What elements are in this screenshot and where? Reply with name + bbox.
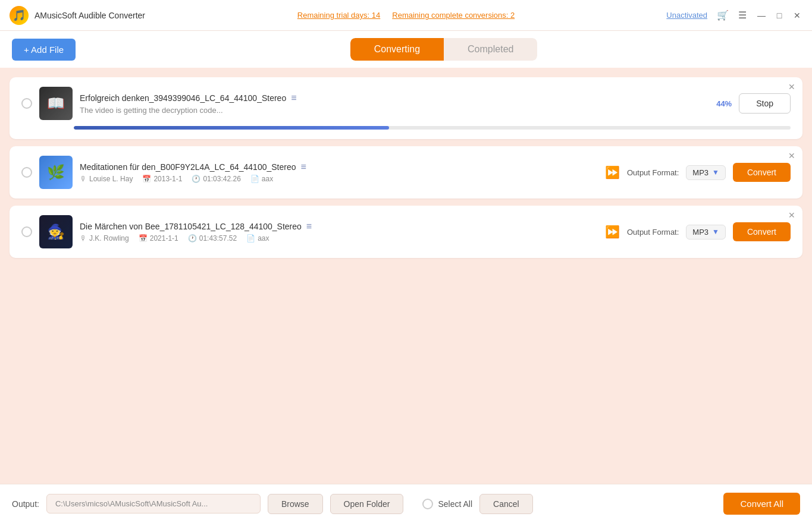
card-2-meta: 🎙 Louise L. Hay 📅 2013-1-1 🕐 01:03:42.26 <box>80 175 605 183</box>
output-label: Output: <box>12 499 39 509</box>
date-icon-2: 📅 <box>142 175 151 183</box>
card-1-checkbox[interactable] <box>21 98 32 109</box>
select-all-label[interactable]: Select All <box>438 499 472 509</box>
card-1-left: 📖 Erfolgreich denken_3949399046_LC_64_44… <box>21 87 708 120</box>
duration-3: 🕐 01:43:57.52 <box>188 234 237 242</box>
card-1-progress-percent: 44% <box>708 99 732 108</box>
file-card-1: ✕ 📖 Erfolgreich denken_3949399046_LC_64_… <box>10 77 802 139</box>
trial-conversions[interactable]: Remaining complete conversions: 2 <box>392 11 515 20</box>
card-1-progress-bar-fill <box>74 126 389 130</box>
file-doc-icon-2: ≡ <box>301 162 306 172</box>
add-file-button[interactable]: + Add File <box>12 39 76 61</box>
author-icon-3: 🎙 <box>80 234 87 242</box>
author-icon-2: 🎙 <box>80 175 87 183</box>
cart-icon[interactable]: 🛒 <box>717 10 729 21</box>
window-controls: — □ ✕ <box>756 10 802 21</box>
browse-button[interactable]: Browse <box>268 494 323 514</box>
duration-2: 🕐 01:03:42.26 <box>192 175 240 183</box>
close-button[interactable]: ✕ <box>792 10 802 21</box>
card-3-left: 🧙 Die Märchen von Bee_1781105421_LC_128_… <box>21 215 605 248</box>
card-3-meta: 🎙 J.K. Rowling 📅 2021-1-1 🕐 01:43:57.52 <box>80 234 605 242</box>
arrow-icon-2: ⏩ <box>605 165 620 179</box>
convert-all-button[interactable]: Convert All <box>723 493 800 515</box>
author-2: 🎙 Louise L. Hay <box>80 175 133 183</box>
format-icon-3: 📄 <box>246 234 255 242</box>
card-2-filename: Meditationen für den_B00F9Y2L4A_LC_64_44… <box>80 162 605 172</box>
card-1-thumbnail: 📖 <box>39 87 73 120</box>
card-2-info: Meditationen für den_B00F9Y2L4A_LC_64_44… <box>80 162 605 183</box>
file-card-2: ✕ 🌿 Meditationen für den_B00F9Y2L4A_LC_6… <box>10 146 802 199</box>
select-all-radio[interactable] <box>422 499 433 509</box>
file-card-3: ✕ 🧙 Die Märchen von Bee_1781105421_LC_12… <box>10 206 802 258</box>
toolbar: + Add File Converting Completed <box>0 31 812 68</box>
stop-button-1[interactable]: Stop <box>739 93 791 114</box>
format-3: 📄 aax <box>246 234 269 242</box>
file-doc-icon-1: ≡ <box>291 93 296 103</box>
card-1-info: Erfolgreich denken_3949399046_LC_64_4410… <box>80 93 708 115</box>
card-3-checkbox[interactable] <box>21 226 32 237</box>
output-format-label-3: Output Format: <box>627 228 679 237</box>
card-1-progress-section <box>21 126 791 130</box>
close-card-2[interactable]: ✕ <box>788 151 795 160</box>
format-icon-2: 📄 <box>250 175 259 183</box>
duration-icon-2: 🕐 <box>192 175 200 183</box>
title-bar-left: 🎵 AMusicSoft Audible Converter <box>10 6 297 25</box>
card-2-main-row: 🌿 Meditationen für den_B00F9Y2L4A_LC_64_… <box>21 156 791 189</box>
close-card-3[interactable]: ✕ <box>788 210 795 220</box>
card-3-filename: Die Märchen von Bee_1781105421_LC_128_44… <box>80 221 605 232</box>
card-3-thumbnail: 🧙 <box>39 215 73 248</box>
card-3-right: ⏩ Output Format: MP3 ▼ Convert <box>605 222 791 241</box>
card-3-info: Die Märchen von Bee_1781105421_LC_128_44… <box>80 221 605 242</box>
card-1-right: 44% Stop <box>708 93 791 114</box>
close-card-1[interactable]: ✕ <box>788 82 795 92</box>
unactivated-link[interactable]: Unactivated <box>666 11 707 20</box>
menu-icon[interactable]: ☰ <box>738 10 747 21</box>
title-bar-right: Unactivated 🛒 ☰ — □ ✕ <box>515 10 802 21</box>
app-logo: 🎵 <box>10 6 29 25</box>
select-all-section: Select All <box>422 499 472 509</box>
card-2-checkbox[interactable] <box>21 167 32 178</box>
card-1-filename: Erfolgreich denken_3949399046_LC_64_4410… <box>80 93 708 103</box>
card-1-status: The video is getting the decryption code… <box>80 106 708 115</box>
date-3: 📅 2021-1-1 <box>139 234 178 242</box>
card-1-main-row: 📖 Erfolgreich denken_3949399046_LC_64_44… <box>21 87 791 120</box>
card-2-left: 🌿 Meditationen für den_B00F9Y2L4A_LC_64_… <box>21 156 605 189</box>
title-bar-center: Remaining trial days: 14 Remaining compl… <box>297 11 515 20</box>
date-icon-3: 📅 <box>139 234 148 242</box>
title-bar: 🎵 AMusicSoft Audible Converter Remaining… <box>0 0 812 31</box>
card-1-progress-bar-container <box>74 126 791 130</box>
format-chevron-3: ▼ <box>712 228 719 236</box>
tab-converting[interactable]: Converting <box>350 38 444 61</box>
format-2: 📄 aax <box>250 175 273 183</box>
minimize-button[interactable]: — <box>756 10 767 21</box>
tab-group: Converting Completed <box>350 38 538 61</box>
card-2-thumbnail: 🌿 <box>39 156 73 189</box>
card-3-main-row: 🧙 Die Märchen von Bee_1781105421_LC_128_… <box>21 215 791 248</box>
output-path: C:\Users\micso\AMusicSoft\AMusicSoft Au.… <box>46 494 261 513</box>
file-doc-icon-3: ≡ <box>306 221 312 232</box>
convert-button-2[interactable]: Convert <box>733 163 791 182</box>
author-3: 🎙 J.K. Rowling <box>80 234 129 242</box>
arrow-icon-3: ⏩ <box>605 225 620 239</box>
trial-days[interactable]: Remaining trial days: 14 <box>297 11 380 20</box>
format-select-2[interactable]: MP3 ▼ <box>686 165 726 180</box>
output-format-label-2: Output Format: <box>627 168 679 177</box>
convert-button-3[interactable]: Convert <box>733 222 791 241</box>
format-select-3[interactable]: MP3 ▼ <box>686 225 726 240</box>
maximize-button[interactable]: □ <box>774 10 785 21</box>
date-2: 📅 2013-1-1 <box>142 175 182 183</box>
duration-icon-3: 🕐 <box>188 234 197 242</box>
format-chevron-2: ▼ <box>712 168 719 177</box>
app-title: AMusicSoft Audible Converter <box>35 11 145 20</box>
bottom-bar: Output: C:\Users\micso\AMusicSoft\AMusic… <box>0 484 812 523</box>
card-2-right: ⏩ Output Format: MP3 ▼ Convert <box>605 163 791 182</box>
main-content: ✕ 📖 Erfolgreich denken_3949399046_LC_64_… <box>0 68 812 484</box>
tab-completed[interactable]: Completed <box>444 38 537 61</box>
cancel-button[interactable]: Cancel <box>479 494 533 514</box>
open-folder-button[interactable]: Open Folder <box>330 494 404 514</box>
